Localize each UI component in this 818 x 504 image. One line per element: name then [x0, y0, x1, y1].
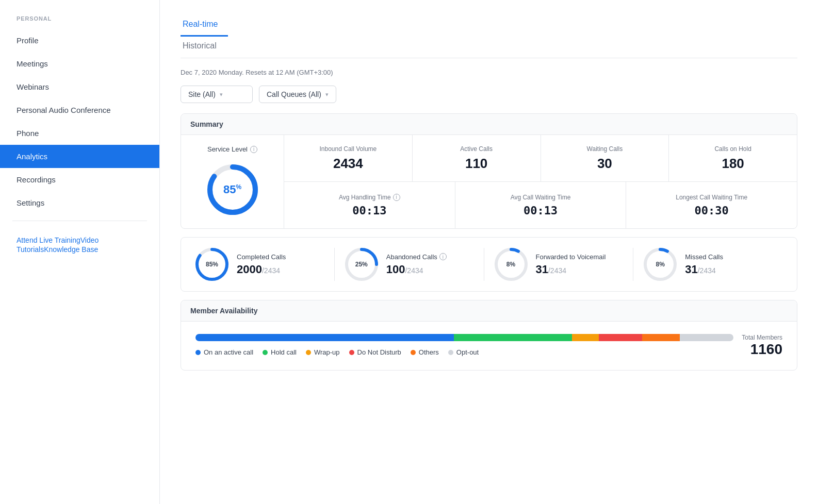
stat-value: 00:30	[695, 204, 729, 217]
call-queues-filter-label: Call Queues (All)	[267, 90, 321, 98]
small-donut-label: 25%	[355, 261, 368, 268]
legend-dot-on-active-call	[195, 350, 201, 355]
avail-segment-do-not-disturb	[599, 334, 642, 341]
member-availability-card: Member Availability On an active callHol…	[181, 300, 797, 371]
sidebar-divider	[12, 221, 147, 221]
sidebar-item-recordings[interactable]: Recordings	[0, 168, 159, 191]
small-donut-completed-calls: 85%	[195, 248, 228, 281]
small-donut-label: 8%	[506, 261, 515, 268]
service-level-info-icon[interactable]: i	[250, 146, 257, 153]
sidebar-nav: ProfileMeetingsWebinarsPersonal Audio Co…	[0, 29, 159, 504]
avail-segment-hold-call	[454, 334, 572, 341]
service-level-title: Service Level i	[207, 145, 257, 153]
call-stat-denom: /2434	[698, 266, 716, 275]
legend-label-on-active-call: On an active call	[204, 348, 253, 356]
call-stat-name: Missed Calls	[685, 253, 723, 261]
service-level-value: 85%	[223, 183, 241, 196]
call-stat-info: Completed Calls 2000/2434	[237, 253, 286, 276]
stat-label: Avg Call Waiting Time	[511, 194, 571, 201]
sidebar-item-analytics[interactable]: Analytics	[0, 145, 159, 168]
call-queues-filter[interactable]: Call Queues (All) ▾	[259, 86, 336, 103]
stats-grid: Inbound Call Volume2434Active Calls110Wa…	[284, 135, 797, 228]
call-stat-info: Forwarded to Voicemail 31/2434	[536, 253, 606, 276]
chevron-down-icon: ▾	[220, 91, 223, 98]
member-availability-header: Member Availability	[181, 300, 797, 322]
summary-card: Summary Service Level i 85%	[181, 113, 797, 229]
legend-item-opt-out: Opt-out	[448, 348, 479, 356]
sidebar-help-knowledge-base[interactable]: Knowledge Base	[44, 245, 98, 254]
avail-segment-opt-out	[680, 334, 733, 341]
avail-segment-others	[642, 334, 680, 341]
stat-label: Calls on Hold	[714, 145, 751, 153]
info-icon[interactable]: i	[393, 194, 400, 201]
call-stat-info: Missed Calls 31/2434	[685, 253, 723, 276]
service-level-donut: 85%	[204, 161, 261, 218]
call-stat-denom: /2434	[548, 266, 566, 275]
legend-item-on-active-call: On an active call	[195, 348, 253, 356]
availability-legend: On an active callHold callWrap-upDo Not …	[195, 348, 733, 356]
tab-realtime[interactable]: Real-time	[181, 14, 228, 37]
legend-dot-opt-out	[448, 350, 453, 355]
sidebar-section-label: PERSONAL	[0, 15, 159, 29]
stat-value: 00:13	[523, 204, 558, 217]
stat-value: 2434	[333, 156, 363, 172]
main-content: Real-timeHistorical Dec 7, 2020 Monday. …	[160, 0, 818, 504]
legend-item-hold-call: Hold call	[263, 348, 297, 356]
stat-calls-on-hold: Calls on Hold180	[669, 135, 797, 181]
sidebar-item-settings[interactable]: Settings	[0, 191, 159, 214]
legend-dot-hold-call	[263, 350, 268, 355]
legend-label-opt-out: Opt-out	[456, 348, 479, 356]
sidebar-item-webinars[interactable]: Webinars	[0, 75, 159, 98]
call-stat-value: 2000/2434	[237, 263, 286, 276]
sidebar-item-personal-audio-conference[interactable]: Personal Audio Conference	[0, 98, 159, 122]
stat-active-calls: Active Calls110	[413, 135, 541, 181]
call-stat-name: Completed Calls	[237, 253, 286, 261]
sidebar-help-section: Attend Live TrainingVideo TutorialsKnowl…	[0, 227, 159, 271]
stat-waiting-calls: Waiting Calls30	[541, 135, 669, 181]
sidebar-item-phone[interactable]: Phone	[0, 122, 159, 145]
availability-main: On an active callHold callWrap-upDo Not …	[195, 334, 782, 358]
small-donut-missed-calls: 8%	[644, 248, 677, 281]
stat-value: 30	[597, 156, 612, 172]
service-level-box: Service Level i 85%	[181, 135, 284, 228]
call-stat-name: Abandoned Callsi	[386, 253, 447, 261]
total-members-value: 1160	[742, 341, 782, 358]
availability-right: Total Members 1160	[742, 334, 782, 358]
availability-bar	[195, 334, 733, 341]
stat-longest-call-waiting-time: Longest Call Waiting Time00:30	[626, 182, 797, 228]
stat-value: 00:13	[352, 204, 386, 217]
info-icon[interactable]: i	[439, 253, 447, 260]
call-stat-value: 31/2434	[536, 263, 606, 276]
site-filter[interactable]: Site (All) ▾	[181, 86, 253, 103]
legend-dot-do-not-disturb	[349, 350, 354, 355]
avail-segment-on-active-call	[195, 334, 454, 341]
tabs: Real-timeHistorical	[181, 14, 797, 58]
stat-avg-call-waiting-time: Avg Call Waiting Time00:13	[455, 182, 627, 228]
call-stat-name: Forwarded to Voicemail	[536, 253, 606, 261]
legend-item-wrap-up: Wrap-up	[306, 348, 340, 356]
small-donut-label: 85%	[206, 261, 218, 268]
call-stat-abandoned-calls: 25% Abandoned Callsi 100/2434	[335, 248, 484, 281]
site-filter-label: Site (All)	[188, 90, 216, 98]
stat-value: 180	[722, 156, 744, 172]
stat-label: Longest Call Waiting Time	[676, 194, 747, 201]
sidebar: PERSONAL ProfileMeetingsWebinarsPersonal…	[0, 0, 160, 504]
sidebar-item-meetings[interactable]: Meetings	[0, 52, 159, 75]
summary-header: Summary	[181, 114, 797, 135]
call-stat-info: Abandoned Callsi 100/2434	[386, 253, 447, 276]
small-donut-forwarded-to-voicemail: 8%	[495, 248, 528, 281]
small-donut-label: 8%	[656, 261, 665, 268]
summary-body: Service Level i 85% In	[181, 135, 797, 228]
date-info: Dec 7, 2020 Monday. Resets at 12 AM (GMT…	[181, 69, 797, 76]
sidebar-help-attend-live-training[interactable]: Attend Live Training	[17, 236, 80, 244]
stat-avg-handling-time: Avg Handling Timei00:13	[284, 182, 455, 228]
call-stat-missed-calls: 8% Missed Calls 31/2434	[633, 248, 782, 281]
sidebar-item-profile[interactable]: Profile	[0, 29, 159, 52]
call-stat-forwarded-to-voicemail: 8% Forwarded to Voicemail 31/2434	[484, 248, 634, 281]
legend-label-do-not-disturb: Do Not Disturb	[357, 348, 401, 356]
avail-segment-wrap-up	[572, 334, 599, 341]
stats-row-top: Inbound Call Volume2434Active Calls110Wa…	[284, 135, 797, 181]
tab-historical[interactable]: Historical	[181, 36, 228, 58]
availability-left: On an active callHold callWrap-upDo Not …	[195, 334, 733, 356]
call-stat-value: 31/2434	[685, 263, 723, 276]
